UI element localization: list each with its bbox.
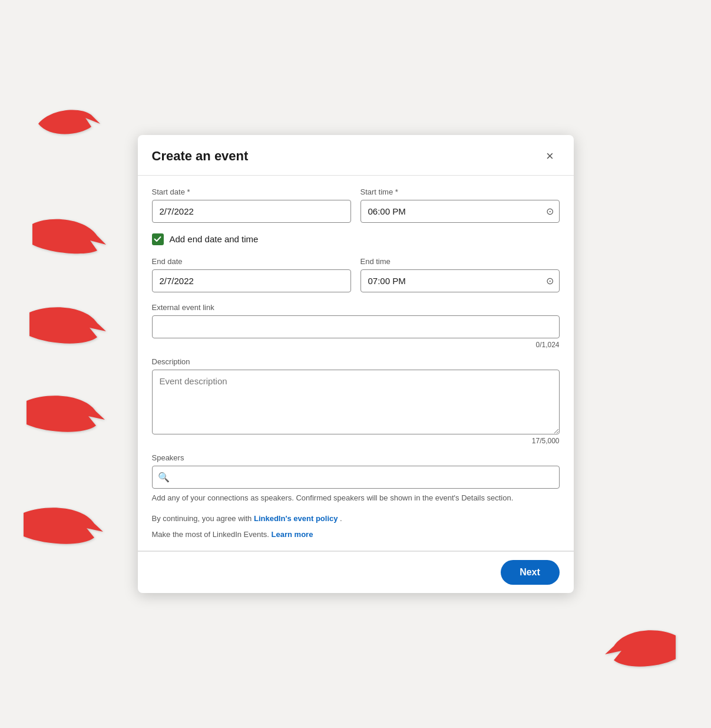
modal-footer: Next bbox=[138, 551, 574, 593]
add-end-date-checkbox[interactable] bbox=[152, 233, 164, 245]
end-date-group: End date bbox=[152, 257, 351, 292]
add-end-date-row: Add end date and time bbox=[152, 233, 560, 245]
description-label: Description bbox=[152, 357, 560, 366]
description-group: Description bbox=[152, 357, 560, 434]
speakers-hint: Add any of your connections as speakers.… bbox=[152, 492, 560, 504]
learn-more-prefix: Make the most of LinkedIn Events. bbox=[152, 530, 272, 539]
start-date-label: Start date * bbox=[152, 187, 351, 196]
speakers-group: Speakers 🔍 Add any of your connections a… bbox=[152, 453, 560, 504]
modal: Create an event × Start date * Start tim… bbox=[138, 135, 574, 593]
start-date-group: Start date * bbox=[152, 187, 351, 223]
speakers-input[interactable] bbox=[152, 466, 560, 489]
start-date-input[interactable] bbox=[152, 200, 351, 223]
external-link-count: 0/1,024 bbox=[152, 341, 560, 349]
policy-link[interactable]: LinkedIn's event policy bbox=[254, 514, 338, 523]
modal-body: Start date * Start time * ⊙ bbox=[138, 176, 574, 551]
start-time-wrapper: ⊙ bbox=[361, 200, 560, 223]
start-time-input[interactable] bbox=[361, 200, 560, 223]
speakers-input-wrapper: 🔍 bbox=[152, 466, 560, 489]
arrow-next bbox=[602, 624, 679, 676]
external-link-input[interactable] bbox=[152, 315, 560, 338]
end-date-input[interactable] bbox=[152, 269, 351, 292]
arrow-3 bbox=[24, 301, 115, 359]
start-datetime-row: Start date * Start time * ⊙ bbox=[152, 187, 560, 223]
modal-header: Create an event × bbox=[138, 135, 574, 175]
end-date-label: End date bbox=[152, 257, 351, 266]
next-button[interactable]: Next bbox=[501, 560, 560, 585]
start-time-label: Start time * bbox=[361, 187, 560, 196]
clock-icon-start: ⊙ bbox=[546, 206, 554, 217]
description-textarea[interactable] bbox=[152, 370, 560, 434]
add-end-date-label: Add end date and time bbox=[170, 234, 259, 244]
arrow-2 bbox=[27, 212, 115, 268]
description-count: 17/5,000 bbox=[152, 437, 560, 445]
modal-title: Create an event bbox=[152, 149, 249, 164]
search-icon: 🔍 bbox=[158, 472, 170, 483]
arrow-5 bbox=[18, 501, 112, 559]
start-time-group: Start time * ⊙ bbox=[361, 187, 560, 223]
end-time-wrapper: ⊙ bbox=[361, 269, 560, 292]
policy-prefix: By continuing, you agree with bbox=[152, 514, 254, 523]
learn-more-link[interactable]: Learn more bbox=[272, 530, 313, 539]
clock-icon-end: ⊙ bbox=[546, 275, 554, 286]
close-button[interactable]: × bbox=[541, 147, 560, 166]
end-time-group: End time ⊙ bbox=[361, 257, 560, 292]
end-time-label: End time bbox=[361, 257, 560, 266]
page-wrapper: Create an event × Start date * Start tim… bbox=[0, 0, 711, 728]
speakers-label: Speakers bbox=[152, 453, 560, 462]
learn-more-text: Make the most of LinkedIn Events. Learn … bbox=[152, 530, 560, 539]
close-icon: × bbox=[546, 149, 554, 164]
policy-text: By continuing, you agree with LinkedIn's… bbox=[152, 513, 560, 525]
end-datetime-row: End date End time ⊙ bbox=[152, 257, 560, 292]
arrow-4 bbox=[21, 389, 114, 447]
checkmark-icon bbox=[154, 235, 161, 243]
end-time-input[interactable] bbox=[361, 269, 560, 292]
external-link-group: External event link bbox=[152, 303, 560, 338]
external-link-label: External event link bbox=[152, 303, 560, 312]
policy-period: . bbox=[340, 514, 342, 523]
arrow-1 bbox=[32, 103, 109, 147]
